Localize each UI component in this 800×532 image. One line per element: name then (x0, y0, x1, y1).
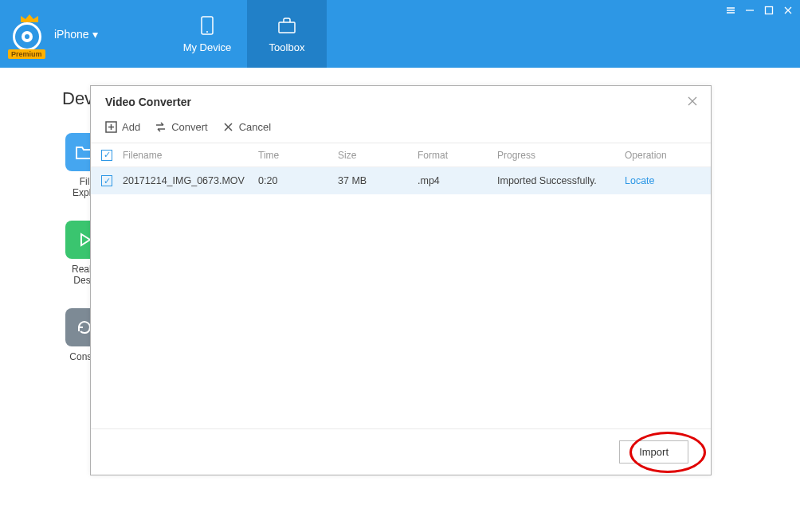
premium-badge: Premium (8, 49, 45, 59)
tab-my-device[interactable]: My Device (167, 0, 247, 68)
chevron-down-icon: ▾ (92, 28, 98, 41)
convert-button[interactable]: Convert (155, 121, 208, 133)
window-controls (725, 5, 794, 16)
app-header: Premium iPhone ▾ My Device Toolbox (0, 0, 800, 68)
tablet-icon (196, 14, 218, 37)
tab-toolbox[interactable]: Toolbox (247, 0, 327, 68)
dialog-toolbar: Add Convert Cancel (91, 113, 711, 143)
dialog-footer: Import (91, 428, 711, 475)
table-row[interactable]: ✓ 20171214_IMG_0673.MOV 0:20 37 MB .mp4 … (91, 167, 711, 194)
add-button[interactable]: Add (105, 121, 140, 133)
cancel-button[interactable]: Cancel (222, 121, 271, 133)
cell-format: .mp4 (418, 175, 497, 186)
svg-rect-3 (766, 7, 773, 14)
video-converter-dialog: Video Converter Add Convert Cancel ✓ Fil… (90, 85, 712, 475)
col-filename: Filename (123, 150, 258, 161)
device-selector[interactable]: iPhone ▾ (54, 28, 98, 41)
table-header: ✓ Filename Time Size Format Progress Ope… (91, 143, 711, 167)
col-operation: Operation (625, 150, 704, 161)
cell-progress: Imported Successfully. (497, 175, 625, 186)
dialog-close-button[interactable] (687, 96, 698, 109)
cell-filename: 20171214_IMG_0673.MOV (123, 175, 258, 186)
nav-tabs: My Device Toolbox (167, 0, 327, 68)
svg-marker-4 (81, 234, 90, 245)
file-table: ✓ Filename Time Size Format Progress Ope… (91, 143, 711, 428)
x-icon (222, 121, 234, 133)
convert-label: Convert (171, 121, 208, 133)
row-checkbox[interactable]: ✓ (101, 175, 112, 186)
minimize-icon[interactable] (744, 5, 755, 16)
cancel-label: Cancel (239, 121, 271, 133)
add-label: Add (122, 121, 140, 133)
col-progress: Progress (497, 150, 625, 161)
select-all-checkbox[interactable]: ✓ (101, 150, 112, 161)
maximize-icon[interactable] (763, 5, 775, 16)
svg-point-1 (206, 31, 208, 33)
col-time: Time (258, 150, 338, 161)
tab-label: Toolbox (269, 41, 305, 53)
briefcase-icon (276, 14, 298, 37)
app-logo: Premium (8, 14, 48, 54)
cell-time: 0:20 (258, 175, 338, 186)
logo-area: Premium iPhone ▾ (0, 0, 167, 68)
svg-rect-2 (279, 22, 295, 33)
cell-size: 37 MB (338, 175, 418, 186)
col-size: Size (338, 150, 418, 161)
tab-label: My Device (183, 41, 232, 53)
close-icon (687, 96, 698, 107)
col-format: Format (418, 150, 497, 161)
locate-link[interactable]: Locate (625, 175, 655, 186)
import-button[interactable]: Import (619, 440, 688, 464)
device-name: iPhone (54, 28, 89, 41)
dialog-title: Video Converter (91, 86, 711, 113)
close-icon[interactable] (782, 5, 794, 16)
plus-square-icon (105, 121, 117, 133)
menu-icon[interactable] (725, 5, 736, 16)
convert-icon (155, 121, 167, 133)
